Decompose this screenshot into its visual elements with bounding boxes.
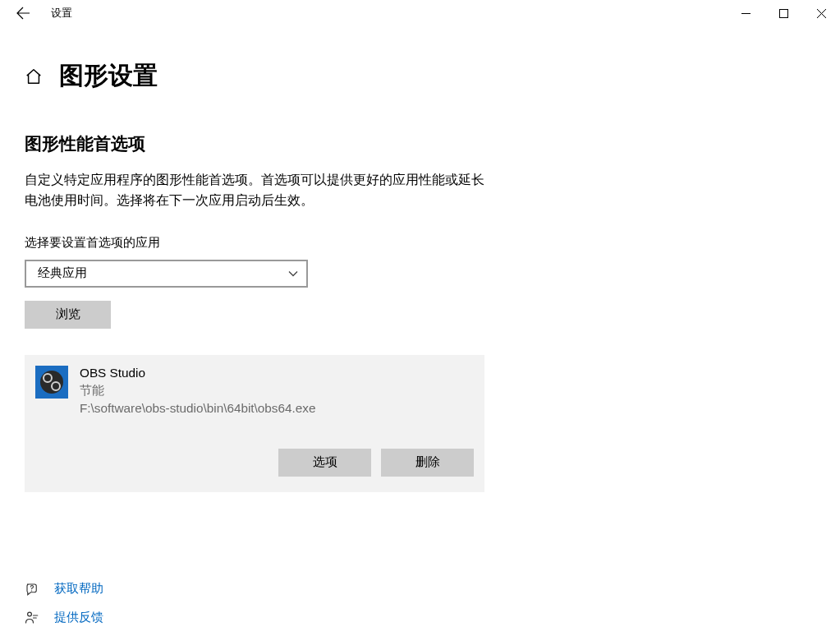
svg-rect-0	[779, 9, 787, 17]
section-description: 自定义特定应用程序的图形性能首选项。首选项可以提供更好的应用性能或延长电池使用时…	[25, 170, 493, 211]
maximize-icon	[779, 9, 788, 18]
help-icon	[25, 582, 46, 597]
page-title: 图形设置	[59, 59, 158, 93]
close-icon	[817, 9, 826, 18]
app-icon	[35, 366, 68, 399]
select-app-label: 选择要设置首选项的应用	[25, 234, 815, 251]
minimize-button[interactable]	[727, 0, 764, 26]
app-card-top: OBS Studio 节能 F:\software\obs-studio\bin…	[35, 366, 474, 416]
close-button[interactable]	[802, 0, 840, 26]
app-path: F:\software\obs-studio\bin\64bit\obs64.e…	[80, 401, 315, 416]
home-icon[interactable]	[25, 67, 43, 85]
footer-links: 获取帮助 提供反馈	[25, 569, 103, 626]
page-header: 图形设置	[25, 59, 815, 93]
get-help-link[interactable]: 获取帮助	[25, 580, 103, 597]
arrow-left-icon	[16, 7, 30, 20]
app-mode: 节能	[80, 382, 315, 399]
app-actions: 选项 删除	[35, 449, 474, 477]
maximize-button[interactable]	[764, 0, 802, 26]
delete-button[interactable]: 删除	[381, 449, 474, 477]
home-icon-svg	[25, 67, 43, 85]
options-button[interactable]: 选项	[278, 449, 371, 477]
minimize-icon	[741, 9, 750, 18]
svg-point-1	[28, 612, 32, 616]
window-title: 设置	[51, 7, 72, 21]
browse-button[interactable]: 浏览	[25, 301, 111, 329]
obs-icon	[40, 371, 63, 394]
window-controls	[727, 0, 840, 26]
app-type-selected: 经典应用	[38, 265, 87, 282]
feedback-icon	[25, 611, 46, 625]
app-info: OBS Studio 节能 F:\software\obs-studio\bin…	[80, 366, 315, 416]
titlebar: 设置	[0, 0, 840, 26]
back-button[interactable]	[11, 2, 34, 25]
app-type-select[interactable]: 经典应用	[25, 260, 308, 288]
app-name: OBS Studio	[80, 366, 315, 380]
give-feedback-label: 提供反馈	[54, 609, 103, 626]
app-card: OBS Studio 节能 F:\software\obs-studio\bin…	[25, 355, 484, 492]
content: 图形设置 图形性能首选项 自定义特定应用程序的图形性能首选项。首选项可以提供更好…	[0, 26, 840, 492]
section-heading: 图形性能首选项	[25, 132, 815, 155]
get-help-label: 获取帮助	[54, 580, 103, 597]
chevron-down-icon	[288, 269, 298, 279]
give-feedback-link[interactable]: 提供反馈	[25, 609, 103, 626]
